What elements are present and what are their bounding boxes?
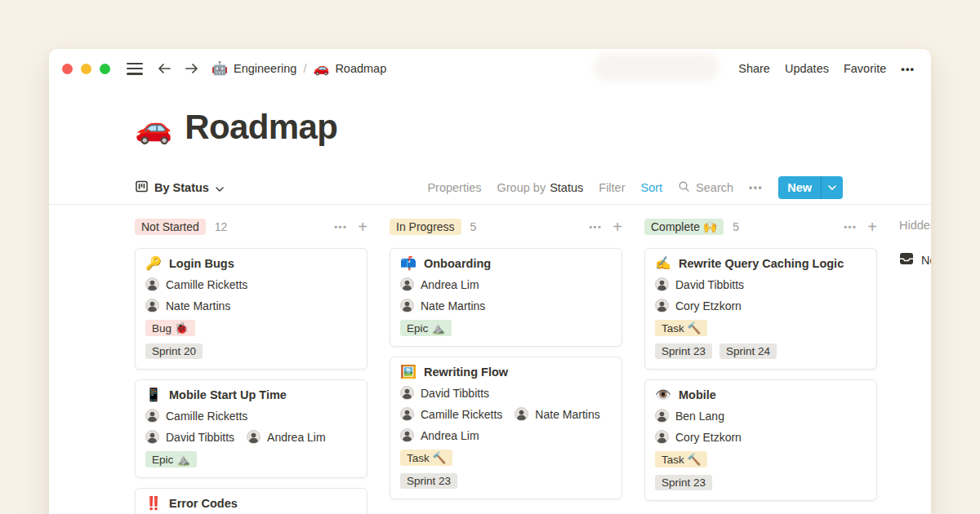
tag-row: Sprint 23 <box>400 473 612 489</box>
avatar <box>655 277 669 291</box>
card-title: ‼️Error Codes <box>145 497 357 510</box>
view-switcher-label: By Status <box>154 181 209 194</box>
updates-button[interactable]: Updates <box>785 62 829 75</box>
back-arrow-icon[interactable] <box>157 62 172 75</box>
framed-picture-icon: 🖼️ <box>400 366 416 379</box>
column-status-badge[interactable]: Not Started <box>135 219 206 235</box>
tag-task: Task 🔨 <box>655 320 707 336</box>
group-by-button[interactable]: Group by Status <box>497 181 584 194</box>
sidebar-menu-icon[interactable] <box>127 63 143 75</box>
search-label: Search <box>696 181 733 194</box>
person-row: Camille RickettsNate Martins <box>400 407 612 421</box>
zoom-button[interactable] <box>100 64 110 74</box>
avatar <box>400 428 414 442</box>
avatar <box>247 430 261 444</box>
tag-row: Sprint 20 <box>145 343 357 359</box>
person-chip: Nate Martins <box>514 407 599 421</box>
car-icon: 🚗 <box>313 62 329 75</box>
person-row: David Tibbitts <box>400 386 612 400</box>
card-title-text: Login Bugs <box>169 257 234 270</box>
tag-sprint-20: Sprint 20 <box>145 343 203 359</box>
avatar <box>655 430 669 444</box>
sort-button[interactable]: Sort <box>641 181 663 194</box>
tag-sprint-24: Sprint 24 <box>719 343 777 359</box>
card-title: 🔑Login Bugs <box>145 257 357 270</box>
hidden-column-no-status[interactable]: No <box>899 252 931 268</box>
card-title-text: Rewrite Query Caching Logic <box>679 257 844 270</box>
board-card-onboarding[interactable]: 📫OnboardingAndrea LimNate MartinsEpic ⛰️ <box>390 248 622 347</box>
person-name: Andrea Lim <box>421 278 479 291</box>
avatar <box>145 409 159 423</box>
new-button-chevron[interactable] <box>822 176 843 199</box>
person-row: Andrea Lim <box>400 428 612 442</box>
robot-icon: 🤖 <box>212 62 228 75</box>
board-card-mobile-start-up-time[interactable]: 📱Mobile Start Up TimeCamille RickettsDav… <box>135 379 368 478</box>
person-name: Nate Martins <box>166 299 230 312</box>
column-more-icon[interactable]: ••• <box>844 222 857 232</box>
person-chip: Andrea Lim <box>400 428 479 442</box>
view-switcher[interactable]: By Status <box>136 180 224 195</box>
forward-arrow-icon[interactable] <box>184 62 199 75</box>
titlebar-actions: ShareUpdatesFavorite••• <box>738 62 915 75</box>
board-card-mobile[interactable]: 👁️MobileBen LangCory EtzkornTask 🔨Sprint… <box>644 379 877 501</box>
column-status-badge[interactable]: In Progress <box>390 219 461 235</box>
tag-sprint-23: Sprint 23 <box>655 343 712 359</box>
filter-button[interactable]: Filter <box>599 181 625 194</box>
person-name: Ben Lang <box>675 410 724 423</box>
share-button[interactable]: Share <box>738 62 770 75</box>
tag-epic: Epic ⛰️ <box>145 451 197 467</box>
person-row: Nate Martins <box>145 299 357 312</box>
card-title: 🖼️Rewriting Flow <box>400 366 612 379</box>
close-button[interactable] <box>62 64 73 74</box>
properties-button[interactable]: Properties <box>427 181 481 194</box>
notion-window: 🤖Engineering/🚗Roadmap ShareUpdatesFavori… <box>49 49 931 514</box>
breadcrumb: 🤖Engineering/🚗Roadmap <box>212 62 386 75</box>
card-title-text: Rewriting Flow <box>424 366 508 379</box>
person-name: Nate Martins <box>421 299 485 312</box>
eye-icon: 👁️ <box>655 388 671 401</box>
avatar <box>400 386 414 400</box>
page-title: 🚗 Roadmap <box>135 108 337 147</box>
add-card-icon[interactable]: + <box>612 219 622 235</box>
person-name: Camille Ricketts <box>166 278 247 291</box>
titlebar-more-icon[interactable]: ••• <box>901 63 915 75</box>
double-exclamation-icon: ‼️ <box>145 497 162 510</box>
column-more-icon[interactable]: ••• <box>589 222 602 232</box>
mobile-phone-icon: 📱 <box>145 388 162 401</box>
column-status-badge[interactable]: Complete 🙌 <box>644 219 724 235</box>
column-more-icon[interactable]: ••• <box>334 222 347 232</box>
search-button[interactable]: Search <box>678 180 733 195</box>
tag-sprint-23: Sprint 23 <box>655 475 712 490</box>
breadcrumb-label: Roadmap <box>335 62 386 75</box>
breadcrumb-item-roadmap[interactable]: 🚗Roadmap <box>313 62 386 75</box>
breadcrumb-label: Engineering <box>234 62 296 75</box>
tag-sprint-23: Sprint 23 <box>400 473 457 489</box>
kanban-board: Not Started12•••+🔑Login BugsCamille Rick… <box>135 216 931 514</box>
card-title-text: Onboarding <box>424 257 491 270</box>
writing-hand-icon: ✍️ <box>655 257 671 270</box>
board-card-rewrite-query-caching-logic[interactable]: ✍️Rewrite Query Caching LogicDavid Tibbi… <box>644 248 877 370</box>
person-name: Andrea Lim <box>267 431 326 444</box>
add-card-icon[interactable]: + <box>358 219 368 235</box>
add-card-icon[interactable]: + <box>867 219 877 235</box>
minimize-button[interactable] <box>81 64 91 74</box>
toolbar-more-icon[interactable]: ••• <box>749 182 763 193</box>
hidden-column-name: No <box>921 254 931 267</box>
board-card-rewriting-flow[interactable]: 🖼️Rewriting FlowDavid TibbittsCamille Ri… <box>390 357 622 499</box>
breadcrumb-item-engineering[interactable]: 🤖Engineering <box>212 62 296 75</box>
column-count: 5 <box>733 220 739 233</box>
favorite-button[interactable]: Favorite <box>844 62 886 75</box>
window-titlebar: 🤖Engineering/🚗Roadmap ShareUpdatesFavori… <box>49 49 931 88</box>
board-view-icon <box>136 180 148 195</box>
person-row: David TibbittsAndrea Lim <box>145 430 357 444</box>
person-chip: Cory Etzkorn <box>655 430 742 444</box>
tag-task: Task 🔨 <box>400 450 452 466</box>
card-title: 📫Onboarding <box>400 257 612 270</box>
board-card-error-codes[interactable]: ‼️Error Codes <box>135 488 368 514</box>
tag-row: Sprint 23 <box>655 475 866 490</box>
new-button[interactable]: New <box>778 176 843 199</box>
person-chip: Cory Etzkorn <box>655 299 742 312</box>
board-column-complete: Complete 🙌5•••+✍️Rewrite Query Caching L… <box>644 216 877 514</box>
board-card-login-bugs[interactable]: 🔑Login BugsCamille RickettsNate MartinsB… <box>135 248 368 370</box>
group-by-label: Group by <box>497 181 546 194</box>
